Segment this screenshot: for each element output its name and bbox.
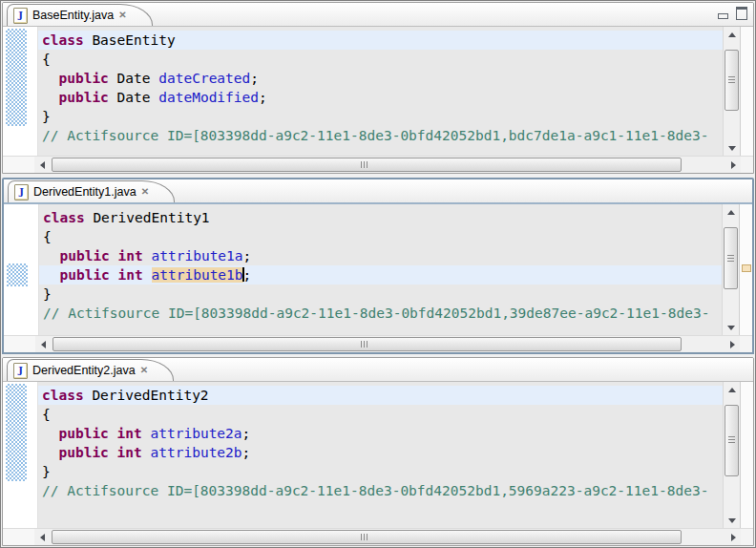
java-file-icon: J — [13, 363, 28, 379]
editor-pane-derived-entity2: J DerivedEntity2.java ✕ class DerivedEnt… — [2, 357, 754, 546]
close-tab-icon[interactable]: ✕ — [141, 187, 149, 197]
code-line[interactable]: // Actifsource ID=[803398dd-a9c2-11e1-8d… — [38, 481, 723, 500]
scroll-left-button[interactable] — [34, 529, 50, 545]
code-token — [42, 71, 58, 86]
code-token: Date — [109, 71, 158, 86]
overview-ruler[interactable] — [740, 382, 753, 528]
horizontal-scroll-thumb[interactable] — [52, 337, 682, 351]
overview-ruler[interactable] — [740, 27, 753, 156]
maximize-icon[interactable] — [736, 7, 747, 20]
code-line[interactable]: // Actifsource ID=[803398dd-a9c2-11e1-8d… — [39, 304, 722, 323]
code-text[interactable]: class DerivedEntity2{ public int attribu… — [38, 382, 723, 528]
code-line[interactable]: class BaseEntity — [38, 31, 723, 50]
code-line[interactable]: } — [39, 285, 722, 304]
scroll-right-button[interactable] — [725, 529, 741, 545]
code-token: DerivedEntity2 — [84, 388, 209, 403]
code-token: } — [42, 464, 51, 479]
code-token — [143, 248, 152, 263]
vertical-scrollbar[interactable] — [722, 204, 739, 335]
scroll-up-button[interactable] — [724, 382, 740, 397]
code-token: // Actifsource ID=[803398dd-a9c2-11e1-8d… — [43, 306, 709, 321]
scroll-up-button[interactable] — [724, 27, 740, 42]
scroll-up-button[interactable] — [723, 204, 739, 220]
editor-pane-base-entity: J BaseEntity.java ✕ class BaseEntity{ pu… — [2, 2, 754, 174]
occurrence-marker[interactable] — [742, 264, 751, 272]
code-text[interactable]: class DerivedEntity1{ public int attribu… — [39, 204, 722, 335]
scroll-right-button[interactable] — [724, 336, 740, 352]
code-line[interactable]: { — [38, 405, 723, 424]
horizontal-scroll-track[interactable] — [51, 336, 724, 352]
horizontal-scroll-thumb[interactable] — [52, 158, 682, 172]
code-token: { — [42, 52, 51, 67]
code-text[interactable]: class BaseEntity{ public Date dateCreate… — [38, 27, 723, 156]
code-token: int — [117, 426, 142, 441]
code-token: ; — [243, 248, 252, 263]
tab-base-entity[interactable]: J BaseEntity.java ✕ — [7, 4, 153, 26]
code-line[interactable]: { — [38, 50, 723, 69]
vertical-scrollbar[interactable] — [723, 382, 740, 528]
horizontal-scroll-track[interactable] — [50, 157, 725, 173]
horizontal-scrollbar[interactable] — [3, 528, 753, 545]
code-line[interactable]: public int attribute1a; — [39, 246, 722, 265]
scroll-right-button[interactable] — [725, 157, 741, 173]
tab-strip: J BaseEntity.java ✕ — [3, 3, 753, 27]
code-line[interactable]: class DerivedEntity2 — [38, 386, 723, 405]
code-editor[interactable]: class DerivedEntity1{ public int attribu… — [4, 204, 722, 335]
code-token — [43, 267, 59, 283]
code-token — [42, 426, 58, 441]
annotation-ruler[interactable] — [3, 382, 38, 528]
code-line[interactable]: public Date dateModified; — [38, 88, 723, 107]
horizontal-scroll-track[interactable] — [50, 529, 725, 545]
code-token — [142, 445, 151, 460]
code-line[interactable]: class DerivedEntity1 — [39, 208, 722, 227]
scroll-left-button[interactable] — [35, 336, 51, 352]
annotation-ruler[interactable] — [3, 27, 38, 156]
scroll-down-button[interactable] — [724, 140, 740, 156]
vertical-scroll-thumb[interactable] — [724, 227, 738, 289]
changed-lines-indicator — [6, 29, 27, 126]
code-token: // Actifsource ID=[803398dd-a9c2-11e1-8d… — [42, 483, 708, 498]
code-line[interactable]: } — [38, 107, 723, 126]
code-line[interactable]: public int attribute2b; — [38, 443, 723, 462]
vertical-scroll-track[interactable] — [724, 42, 740, 140]
code-token: public — [58, 71, 108, 86]
scroll-left-button[interactable] — [34, 157, 50, 173]
code-editor[interactable]: class DerivedEntity2{ public int attribu… — [3, 382, 723, 528]
vertical-scroll-track[interactable] — [724, 397, 740, 513]
tab-derived-entity1[interactable]: J DerivedEntity1.java ✕ — [8, 180, 175, 202]
code-token: DerivedEntity1 — [85, 210, 210, 225]
code-line[interactable]: public int attribute1b; — [39, 265, 722, 285]
code-line[interactable]: public int attribute2a; — [38, 424, 723, 443]
changed-lines-indicator — [7, 263, 28, 286]
horizontal-scroll-thumb[interactable] — [52, 530, 682, 544]
code-line[interactable]: public Date dateCreated; — [38, 69, 723, 88]
vertical-scroll-thumb[interactable] — [724, 405, 739, 476]
horizontal-scrollbar[interactable] — [4, 335, 752, 352]
code-token: class — [42, 388, 84, 403]
vertical-scroll-thumb[interactable] — [724, 50, 739, 111]
tab-derived-entity2[interactable]: J DerivedEntity2.java ✕ — [7, 359, 174, 381]
code-token: ; — [243, 267, 252, 283]
annotation-ruler[interactable] — [4, 204, 39, 335]
vertical-scrollbar[interactable] — [723, 27, 740, 156]
code-token: ; — [242, 426, 251, 441]
code-token: { — [42, 407, 51, 422]
scrollbar-corner — [3, 529, 34, 545]
overview-ruler[interactable] — [739, 204, 752, 335]
close-tab-icon[interactable]: ✕ — [118, 11, 126, 20]
minimize-icon[interactable] — [718, 13, 728, 19]
code-line[interactable]: } — [38, 462, 723, 481]
thumb-grip — [728, 436, 735, 445]
scroll-down-button[interactable] — [724, 513, 740, 528]
code-token — [43, 248, 59, 263]
scroll-down-button[interactable] — [723, 320, 739, 335]
horizontal-scrollbar[interactable] — [3, 156, 753, 173]
code-line[interactable]: { — [39, 227, 722, 246]
scrollbar-corner — [741, 157, 753, 173]
arrow-left-icon — [40, 161, 45, 169]
vertical-scroll-track[interactable] — [723, 220, 739, 320]
close-tab-icon[interactable]: ✕ — [140, 366, 148, 375]
code-line[interactable]: // Actifsource ID=[803398dd-a9c2-11e1-8d… — [38, 126, 723, 145]
code-editor[interactable]: class BaseEntity{ public Date dateCreate… — [3, 27, 723, 156]
tab-strip: J DerivedEntity2.java ✕ — [3, 358, 753, 382]
